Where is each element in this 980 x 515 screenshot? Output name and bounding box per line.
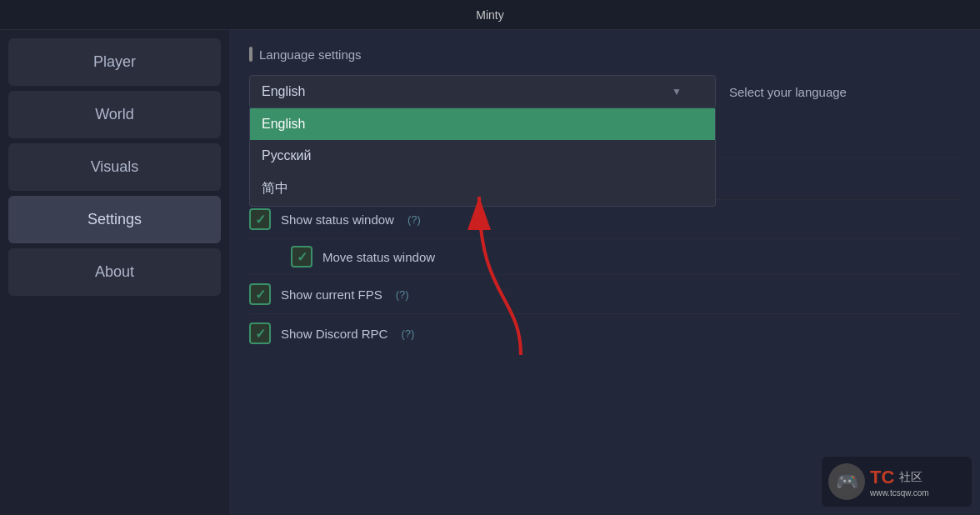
language-select-value: English bbox=[262, 84, 305, 99]
label-show-discord-rpc: Show Discord RPC bbox=[281, 327, 388, 341]
content-area: Language settings English ▼ English Русс… bbox=[229, 30, 980, 515]
watermark: 🎮 TC 社区 www.tcsqw.com bbox=[822, 457, 972, 507]
dropdown-item-russian[interactable]: Русский bbox=[250, 140, 715, 172]
setting-row-show-fps: ✓ Show current FPS (?) bbox=[249, 274, 960, 313]
checkmark-icon-move: ✓ bbox=[297, 249, 308, 265]
sidebar-item-visuals[interactable]: Visuals bbox=[8, 143, 221, 191]
language-select-button[interactable]: English ▼ bbox=[249, 75, 716, 108]
language-hint: Select your language bbox=[729, 85, 847, 99]
checkmark-icon: ✓ bbox=[255, 212, 266, 228]
label-show-status-window: Show status window bbox=[281, 212, 394, 227]
section-header-text: Language settings bbox=[259, 48, 362, 62]
title-bar: Minty bbox=[0, 0, 980, 30]
dropdown-item-chinese[interactable]: 简中 bbox=[250, 172, 715, 206]
watermark-url-label: www.tcsqw.com bbox=[870, 488, 929, 498]
checkmark-icon-fps: ✓ bbox=[255, 287, 266, 302]
hint-show-fps: (?) bbox=[396, 288, 409, 301]
language-dropdown: English Русский 简中 bbox=[249, 108, 716, 207]
label-move-status-window: Move status window bbox=[322, 250, 435, 264]
app-title: Minty bbox=[476, 8, 503, 22]
label-show-fps: Show current FPS bbox=[281, 288, 382, 302]
language-row: English ▼ English Русский 简中 Select you bbox=[249, 75, 960, 108]
language-select-wrapper: English ▼ English Русский 简中 bbox=[249, 75, 716, 108]
checkbox-show-fps[interactable]: ✓ bbox=[249, 283, 271, 305]
checkbox-move-status-window[interactable]: ✓ bbox=[291, 246, 312, 268]
sidebar-item-settings[interactable]: Settings bbox=[8, 196, 221, 243]
watermark-community-label: 社区 bbox=[899, 470, 922, 485]
sub-setting-row-move-status-window: ✓ Move status window bbox=[249, 238, 960, 274]
checkmark-icon-discord: ✓ bbox=[255, 326, 266, 342]
watermark-text-block: TC 社区 www.tcsqw.com bbox=[870, 467, 929, 498]
hint-show-status-window: (?) bbox=[408, 213, 421, 226]
watermark-avatar: 🎮 bbox=[828, 463, 865, 500]
watermark-tc-label: TC bbox=[870, 467, 894, 488]
section-header-line bbox=[249, 47, 252, 62]
setting-row-show-discord-rpc: ✓ Show Discord RPC (?) bbox=[249, 313, 960, 352]
hint-show-discord-rpc: (?) bbox=[401, 328, 414, 340]
sidebar-item-world[interactable]: World bbox=[8, 91, 221, 138]
main-layout: Player World Visuals Settings About Lang… bbox=[0, 30, 980, 515]
checkbox-show-status-window[interactable]: ✓ bbox=[249, 208, 271, 230]
sidebar-item-player[interactable]: Player bbox=[8, 38, 221, 86]
dropdown-arrow-icon: ▼ bbox=[672, 86, 682, 98]
checkbox-show-discord-rpc[interactable]: ✓ bbox=[249, 322, 271, 344]
sidebar: Player World Visuals Settings About bbox=[0, 30, 229, 515]
sidebar-item-about[interactable]: About bbox=[8, 248, 221, 296]
section-header: Language settings bbox=[249, 47, 960, 62]
dropdown-item-english[interactable]: English bbox=[250, 108, 715, 140]
